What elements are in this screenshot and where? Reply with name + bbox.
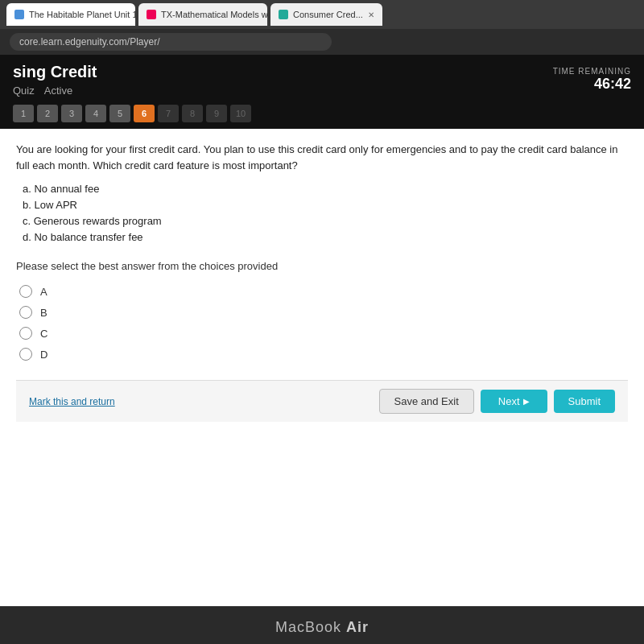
address-bar [0,29,644,55]
question-content: You are looking for your first credit ca… [0,129,644,606]
question-text: You are looking for your first credit ca… [16,142,628,173]
radio-circle-c [19,327,32,340]
tab-icon-habitable [14,10,24,19]
quiz-title: sing Credit [13,63,97,81]
q-tab-4[interactable]: 4 [85,105,106,122]
time-remaining-value: 46:42 [553,76,631,93]
macbook-label: MacBook Air [0,606,644,644]
tab-icon-math [147,10,156,19]
option-a-letter: a. [23,183,34,195]
q-tab-5[interactable]: 5 [109,105,130,122]
mark-return-link[interactable]: Mark this and return [29,396,115,407]
tab-consumer[interactable]: Consumer Cred... ✕ [270,3,382,26]
radio-label-d: D [40,349,47,361]
q-tab-3[interactable]: 3 [61,105,82,122]
next-chevron-icon: ▶ [523,397,530,406]
radio-label-b: B [40,307,47,319]
macbook-text-normal: MacBook [275,619,346,635]
next-button-label: Next [498,395,520,407]
answer-option-c: c. Generous rewards program [23,215,628,227]
option-b-letter: b. [23,199,34,211]
quiz-active-value: Active [44,85,72,97]
macbook-text: MacBook Air [275,619,369,635]
submit-button[interactable]: Submit [554,390,615,413]
radio-label-c: C [40,328,47,340]
radio-circle-d [19,348,32,361]
browser-bar: The Habitable Planet Unit 10 · ✕ TX-Math… [0,0,644,29]
address-input[interactable] [10,33,332,51]
option-d-text: No balance transfer fee [34,231,142,243]
tab-icon-consumer [279,10,288,19]
tab-math-models[interactable]: TX-Mathematical Models with · ✕ [138,3,267,26]
tab-label-math: TX-Mathematical Models with · [161,10,267,19]
time-remaining-label: TIME REMAINING [553,67,631,76]
macbook-text-bold: Air [346,619,369,635]
next-button[interactable]: Next ▶ [481,390,547,413]
quiz-meta-row: sing Credit Quiz Active TIME REMAINING 4… [13,63,631,97]
radio-item-b[interactable]: B [19,306,628,319]
save-exit-button[interactable]: Save and Exit [379,389,474,414]
q-tab-8: 8 [182,105,203,122]
option-a-text: No annual fee [34,183,99,195]
radio-circle-b [19,306,32,319]
tab-habitable-planet[interactable]: The Habitable Planet Unit 10 · ✕ [6,3,135,26]
quiz-status: Quiz Active [13,85,97,97]
quiz-header: sing Credit Quiz Active TIME REMAINING 4… [0,55,644,101]
time-remaining-section: TIME REMAINING 46:42 [553,67,631,93]
prompt-text: Please select the best answer from the c… [16,260,628,272]
tab-label-habitable: The Habitable Planet Unit 10 · [29,10,135,19]
quiz-title-section: sing Credit Quiz Active [13,63,97,97]
radio-item-c[interactable]: C [19,327,628,340]
q-tab-9: 9 [206,105,227,122]
answer-option-a: a. No annual fee [23,183,628,195]
answer-option-d: d. No balance transfer fee [23,231,628,243]
radio-item-d[interactable]: D [19,348,628,361]
answer-options: a. No annual fee b. Low APR c. Generous … [23,183,628,247]
option-d-letter: d. [23,231,34,243]
option-c-letter: c. [23,215,34,227]
tab-label-consumer: Consumer Cred... [293,10,363,19]
answer-option-b: b. Low APR [23,199,628,211]
radio-label-a: A [40,286,47,298]
radio-options: A B C D [19,285,628,361]
content-area: sing Credit Quiz Active TIME REMAINING 4… [0,55,644,606]
q-tab-1[interactable]: 1 [13,105,34,122]
option-c-text: Generous rewards program [34,215,162,227]
q-tab-6[interactable]: 6 [134,105,155,122]
q-tab-7: 7 [158,105,179,122]
q-tab-10: 10 [230,105,251,122]
q-tab-2[interactable]: 2 [37,105,58,122]
radio-circle-a [19,285,32,298]
action-bar: Mark this and return Save and Exit Next … [16,380,628,422]
option-b-text: Low APR [34,199,76,211]
radio-item-a[interactable]: A [19,285,628,298]
question-tabs: 1 2 3 4 5 6 7 8 9 10 [0,101,644,129]
tab-close-consumer[interactable]: ✕ [368,10,374,19]
quiz-label: Quiz [13,85,35,97]
action-buttons: Save and Exit Next ▶ Submit [379,389,615,414]
